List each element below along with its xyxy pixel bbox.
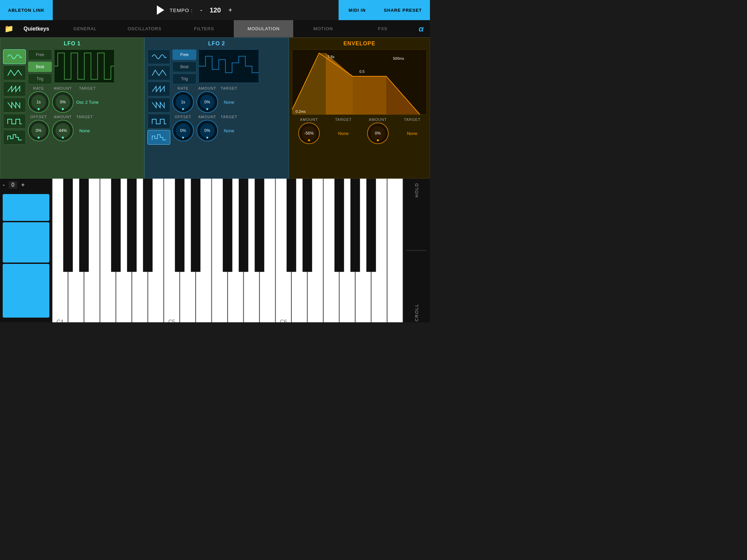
lfo2-main: Free Beat Trig RATE [148, 49, 286, 145]
lfo1-amount-group: AMOUNT 0% [52, 86, 74, 113]
pitch-minus-button[interactable]: - [3, 182, 5, 189]
lfo1-shape-ramp[interactable] [3, 98, 26, 112]
lfo2-rate-group: RATE 1s [172, 86, 194, 113]
env-target2-display[interactable]: None [407, 123, 417, 144]
lfo2-shape-saw[interactable] [148, 82, 170, 96]
piano-canvas[interactable] [52, 179, 403, 322]
lfo2-shape-random[interactable] [148, 130, 170, 145]
lfo2-mode-free[interactable]: Free [172, 49, 197, 60]
lfo1-mode-free[interactable]: Free [28, 49, 52, 60]
env-amount2-knob[interactable]: 0% [367, 123, 389, 144]
tempo-plus-button[interactable]: + [226, 6, 234, 14]
transport-controls: TEMPO : - 120 + [53, 5, 339, 15]
env-target1-group: TARGET None [335, 117, 352, 144]
lfo1-shape-random[interactable] [3, 130, 26, 145]
lfo2-offset-knob[interactable]: 0% [172, 120, 194, 141]
tab-motion[interactable]: MOTION [293, 20, 353, 37]
top-bar: ABLETON LINK TEMPO : - 120 + MIDI IN SHA… [0, 0, 430, 20]
lfo1-offset-value: 0% [31, 123, 46, 138]
tab-fxs[interactable]: FXS [353, 20, 412, 37]
lfo2-target2-group: TARGET None [221, 115, 237, 141]
lfo1-amount2-label: AMOUNT [54, 115, 72, 119]
svg-text:7.8s: 7.8s [328, 55, 335, 59]
lfo2-target2-display[interactable]: None [224, 120, 234, 141]
lfo1-mode-trig[interactable]: Trig [28, 74, 52, 84]
env-amount1-label: AMOUNT [300, 117, 318, 122]
lfo2-amount-knob[interactable]: 0% [197, 91, 218, 113]
alpha-icon[interactable]: α [412, 24, 430, 33]
lfo2-target2-value: None [224, 128, 234, 133]
lfo2-title: LFO 2 [148, 41, 286, 47]
lfo2-rate-label: RATE [178, 86, 189, 90]
lfo1-amount2-knob[interactable]: 44% [52, 120, 74, 141]
lfo1-mode-beat[interactable]: Beat [28, 61, 52, 72]
tempo-minus-button[interactable]: - [198, 6, 205, 14]
tab-general[interactable]: GENERAL [55, 20, 114, 37]
lfo1-content: Free Beat Trig RATE [28, 49, 141, 145]
tab-modulation[interactable]: MODULATION [234, 20, 293, 37]
tempo-label: TEMPO : [170, 7, 193, 13]
hold-button[interactable]: HOLD [414, 183, 419, 197]
lfo2-panel: LFO 2 [145, 37, 289, 179]
piano-keys[interactable] [52, 179, 403, 322]
env-target1-display[interactable]: None [338, 123, 349, 144]
envelope-title: ENVELOPE [292, 41, 427, 47]
lfo2-offset-label: OFFSET [175, 115, 191, 119]
lfo1-target-group: TARGET Osc 2 Tune [76, 86, 98, 113]
lfo2-rate-knob[interactable]: 1s [172, 91, 194, 113]
tab-oscillators[interactable]: OSCILLATORS [115, 20, 174, 37]
lfo2-mode-trig[interactable]: Trig [172, 74, 197, 84]
lfo1-shape-saw[interactable] [3, 82, 26, 96]
lfo1-target2-group: TARGET None [76, 115, 93, 141]
lfo1-target2-display[interactable]: None [79, 120, 90, 141]
svg-text:0.2ms: 0.2ms [295, 109, 306, 113]
midi-in-button[interactable]: MIDI IN [339, 0, 376, 20]
lfo2-shape-sine[interactable] [148, 49, 170, 64]
lfo1-rate-knob[interactable]: 1s [28, 91, 49, 113]
lfo2-target-value: None [224, 100, 234, 105]
lfo2-amount-label: AMOUNT [198, 86, 216, 90]
lfo2-modes-wave: Free Beat Trig [172, 49, 286, 84]
lfo1-main: Free Beat Trig RATE [3, 49, 141, 145]
share-preset-button[interactable]: SHARE PRESET [376, 0, 430, 20]
lfo1-shape-square[interactable] [3, 114, 26, 129]
nav-bar: 📁 Quietkeys GENERAL OSCILLATORS FILTERS … [0, 20, 430, 37]
scroll-button[interactable]: SCROLL [414, 303, 419, 322]
lfo2-shape-tri[interactable] [148, 65, 170, 80]
lfo2-amount-value: 0% [200, 95, 215, 109]
lfo2-shape-ramp[interactable] [148, 98, 170, 112]
lfo1-lower-controls: OFFSET 0% AMOUNT 44% [28, 115, 141, 141]
env-amount1-knob[interactable]: -56% [298, 123, 320, 144]
lfo1-shape-tri[interactable] [3, 65, 26, 80]
lfo1-modes: Free Beat Trig [28, 49, 52, 84]
lfo1-rate-value: 1s [31, 95, 46, 109]
pitch-plus-button[interactable]: + [21, 182, 25, 189]
lfo2-mode-beat[interactable]: Beat [172, 61, 197, 72]
lfo1-amount-knob[interactable]: 0% [52, 91, 74, 113]
lfo2-amount2-knob[interactable]: 0% [197, 120, 218, 141]
lfo1-rate-label: RATE [33, 86, 44, 90]
lfo2-amount2-group: AMOUNT 0% [197, 115, 218, 141]
ableton-link-button[interactable]: ABLETON LINK [0, 0, 53, 20]
lfo2-content: Free Beat Trig RATE [172, 49, 286, 145]
blue-pad-2[interactable] [3, 222, 49, 263]
lfo1-offset-knob[interactable]: 0% [28, 120, 49, 141]
lfo2-target-label: TARGET [221, 86, 237, 90]
lfo1-target-display[interactable]: Osc 2 Tune [76, 91, 98, 113]
lfo1-amount-value: 0% [55, 95, 70, 109]
blue-pad-3[interactable] [3, 264, 49, 318]
blue-pad-1[interactable] [3, 194, 49, 221]
lfo2-shapes [148, 49, 170, 145]
lfo1-target-label: TARGET [79, 86, 96, 90]
env-target2-label: TARGET [404, 117, 420, 122]
tab-filters[interactable]: FILTERS [174, 20, 234, 37]
lfo2-shape-square[interactable] [148, 114, 170, 129]
env-amount2-value: 0% [370, 126, 385, 141]
lfo1-amount-label: AMOUNT [54, 86, 72, 90]
env-amount2-label: AMOUNT [369, 117, 387, 122]
lfo1-shape-sine[interactable] [3, 49, 26, 64]
env-target1-value: None [338, 131, 349, 136]
lfo2-lower-controls: OFFSET 0% AMOUNT 0% [172, 115, 286, 141]
lfo2-target-display[interactable]: None [224, 91, 234, 113]
play-button[interactable] [157, 5, 164, 15]
